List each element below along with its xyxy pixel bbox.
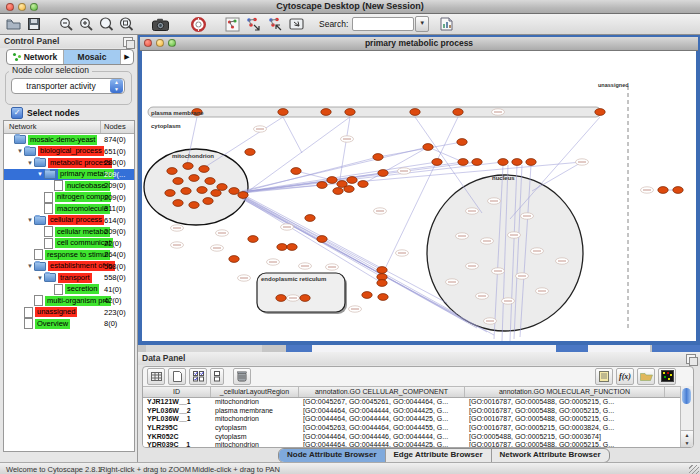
open-button[interactable] xyxy=(4,16,22,33)
graph-node-selected[interactable] xyxy=(498,159,508,166)
table-row[interactable]: YKR052Ccytoplasm[GO:0044464, GO:0044446,… xyxy=(143,433,681,442)
graph-node-selected[interactable] xyxy=(183,163,193,170)
disclosure-triangle[interactable]: ▼ xyxy=(26,160,34,166)
table-row[interactable]: YJR121W__1mitochondrion[GO:0045267, GO:0… xyxy=(143,398,681,407)
save-button[interactable] xyxy=(25,16,43,33)
graph-node-selected[interactable] xyxy=(278,109,288,116)
tree-row[interactable]: nitrogen compo209(0) xyxy=(4,192,134,204)
graph-node-selected[interactable] xyxy=(205,178,215,185)
zoom-fit-button[interactable] xyxy=(97,16,115,33)
report-icon[interactable] xyxy=(437,16,455,33)
network-canvas[interactable]: plasma membranecytoplasmmitochondrionnuc… xyxy=(142,51,696,341)
network-view-a-icon[interactable] xyxy=(244,16,262,33)
graph-node-selected[interactable] xyxy=(317,236,327,243)
scrollbar-thumb[interactable] xyxy=(682,388,691,404)
node-color-dropdown[interactable]: transporter activity ▲▼ xyxy=(11,78,125,94)
tab-edge-attribute-browser[interactable]: Edge Attribute Browser xyxy=(386,449,492,462)
graph-node-selected[interactable] xyxy=(378,170,388,177)
col-id[interactable]: ID xyxy=(143,387,211,397)
graph-node-selected[interactable] xyxy=(423,144,433,151)
graph-node-selected[interactable] xyxy=(229,256,239,263)
tab-overflow-arrow[interactable]: ▶ xyxy=(121,50,133,64)
graph-node-selected[interactable] xyxy=(197,187,207,194)
tab-network[interactable]: Network xyxy=(7,50,64,64)
col-region[interactable]: _cellularLayoutRegion xyxy=(211,387,299,397)
graph-node-selected[interactable] xyxy=(327,177,337,184)
graph-node-selected[interactable] xyxy=(453,109,463,116)
graph-node-selected[interactable] xyxy=(245,149,255,156)
graph-node-selected[interactable] xyxy=(377,267,387,274)
graph-node-selected[interactable] xyxy=(248,236,258,243)
network-view-b-icon[interactable] xyxy=(266,16,284,33)
graph-node-selected[interactable] xyxy=(321,109,331,116)
graph-node-selected[interactable] xyxy=(287,244,297,251)
network-view-window[interactable]: primary metabolic process plasma membran… xyxy=(138,35,700,345)
tree-row[interactable]: Overview8(0) xyxy=(4,318,134,330)
new-attribute-icon[interactable] xyxy=(168,368,186,385)
graph-node-selected[interactable] xyxy=(373,154,383,161)
graph-node-selected[interactable] xyxy=(472,159,482,166)
graph-node-selected[interactable] xyxy=(673,187,683,194)
graph-node-selected[interactable] xyxy=(658,187,668,194)
zoom-selected-button[interactable] xyxy=(117,16,135,33)
graph-node-selected[interactable] xyxy=(432,159,442,166)
select-nodes-checkbox[interactable]: ✓ xyxy=(11,107,23,119)
float-panel-icon[interactable] xyxy=(123,37,133,47)
import-notes-icon[interactable] xyxy=(595,368,613,385)
graph-node-selected[interactable] xyxy=(345,109,355,116)
disclosure-triangle[interactable]: ▼ xyxy=(26,217,34,223)
graph-node-selected[interactable] xyxy=(189,175,199,182)
graph-node-selected[interactable] xyxy=(277,244,287,251)
table-row[interactable]: YPL036W__1mitochondrion[GO:0044464, GO:0… xyxy=(143,415,681,424)
tree-row[interactable]: ▼transport558(0) xyxy=(4,272,134,284)
tree-row[interactable]: response to stimul264(0) xyxy=(4,249,134,261)
tree-row[interactable]: cell communicat22(0) xyxy=(4,238,134,250)
graph-node-selected[interactable] xyxy=(238,192,248,199)
graph-node-selected[interactable] xyxy=(300,295,310,302)
graph-node-selected[interactable] xyxy=(211,190,221,197)
graph-node-selected[interactable] xyxy=(291,168,301,175)
float-panel-icon[interactable] xyxy=(686,354,696,364)
tree-row[interactable]: multi-organism pro42(0) xyxy=(4,295,134,307)
snapshot-camera-icon[interactable] xyxy=(151,16,169,33)
tree-row[interactable]: ▼cellular process614(0) xyxy=(4,215,134,227)
disclosure-triangle[interactable]: ▼ xyxy=(26,263,34,269)
tree-row[interactable]: unassigned223(0) xyxy=(4,307,134,319)
matrix-view-icon[interactable] xyxy=(658,368,676,385)
create-network-view-icon[interactable] xyxy=(223,16,241,33)
graph-node-selected[interactable] xyxy=(410,109,420,116)
window-canvas-segment[interactable] xyxy=(312,345,556,352)
attribute-table-header[interactable]: ID _cellularLayoutRegion annotation.GO C… xyxy=(143,387,681,398)
attribute-batch-icon[interactable] xyxy=(210,368,224,385)
graph-node-selected[interactable] xyxy=(305,215,315,222)
disclosure-triangle[interactable]: ▼ xyxy=(36,275,44,281)
tree-row[interactable]: ▼metabolic process280(0) xyxy=(4,157,134,169)
show-on-monitor-icon[interactable] xyxy=(287,16,305,33)
col-cellular-component[interactable]: annotation.GO CELLULAR_COMPONENT xyxy=(299,387,465,397)
tree-row[interactable]: secretion41(0) xyxy=(4,284,134,296)
graph-node-selected[interactable] xyxy=(377,280,387,287)
graph-node-selected[interactable] xyxy=(217,184,227,191)
tree-row[interactable]: cellular metabo209(0) xyxy=(4,226,134,238)
window-canvas-segment[interactable] xyxy=(588,345,650,352)
tree-header[interactable]: Network Nodes xyxy=(4,121,134,134)
search-dropdown-arrow[interactable]: ▼ xyxy=(415,16,429,32)
disclosure-triangle[interactable]: ▼ xyxy=(36,171,44,177)
select-attributes-icon[interactable] xyxy=(189,368,207,385)
graph-node-selected[interactable] xyxy=(347,177,357,184)
help-ring-icon[interactable] xyxy=(189,16,207,33)
tab-network-attribute-browser[interactable]: Network Attribute Browser xyxy=(492,449,609,462)
graph-node-selected[interactable] xyxy=(165,190,175,197)
scrollbar-arrows[interactable]: ▲▼ xyxy=(681,430,693,447)
graph-node-selected[interactable] xyxy=(526,159,536,166)
tree-row[interactable]: mosaic-demo-yeast874(0) xyxy=(4,134,134,146)
attribute-table-icon[interactable] xyxy=(147,368,165,385)
graph-node-selected[interactable] xyxy=(229,188,239,195)
zoom-out-button[interactable] xyxy=(57,16,75,33)
search-input[interactable] xyxy=(352,17,414,31)
tree-row[interactable]: macromolecule311(0) xyxy=(4,203,134,215)
graph-node-selected[interactable] xyxy=(378,294,388,301)
function-builder-icon[interactable]: f(x) xyxy=(616,368,634,385)
col-molecular-function[interactable]: annotation.GO MOLECULAR_FUNCTION xyxy=(465,387,665,397)
graph-node-selected[interactable] xyxy=(457,139,467,146)
